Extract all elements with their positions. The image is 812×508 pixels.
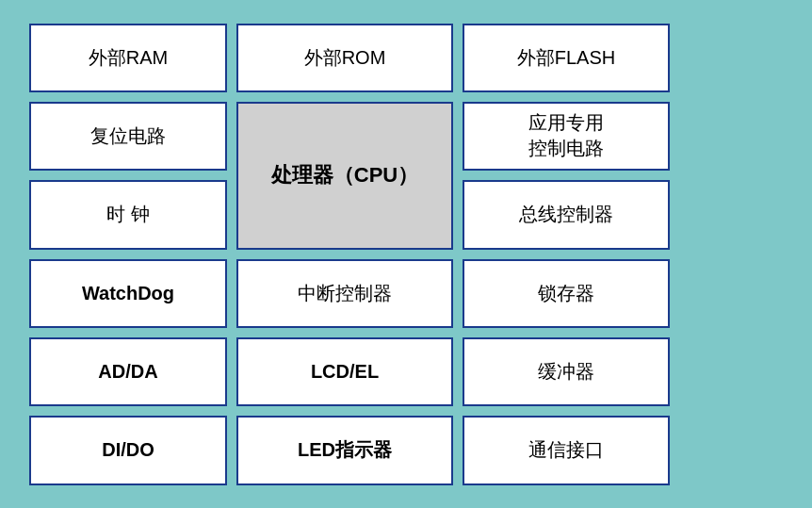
cell-comm-interface-label: 通信接口 bbox=[528, 437, 604, 463]
cell-bus-controller: 总线控制器 bbox=[463, 180, 670, 249]
cell-app-control: 应用专用 控制电路 bbox=[463, 102, 670, 171]
cell-buffer: 缓冲器 bbox=[463, 337, 670, 406]
cell-clock: 时 钟 bbox=[29, 180, 227, 249]
cell-latch: 锁存器 bbox=[463, 259, 670, 328]
cell-clock-label: 时 钟 bbox=[106, 202, 150, 227]
cell-watchdog-label: WatchDog bbox=[82, 283, 174, 304]
cell-interrupt-controller-label: 中断控制器 bbox=[298, 281, 392, 306]
cell-outer-ram: 外部RAM bbox=[29, 24, 227, 92]
cell-outer-rom-label: 外部ROM bbox=[304, 45, 386, 71]
main-grid: 外部RAM 外部ROM 外部FLASH 复位电路 处理器（CPU） 应用专用 控… bbox=[20, 14, 792, 495]
cell-led-indicator-label: LED指示器 bbox=[298, 437, 392, 463]
cell-reset-circuit: 复位电路 bbox=[29, 102, 227, 171]
cell-reset-circuit-label: 复位电路 bbox=[90, 123, 166, 149]
cell-dido: DI/DO bbox=[29, 416, 227, 484]
cell-outer-flash-label: 外部FLASH bbox=[517, 45, 615, 71]
cell-lcdel-label: LCD/EL bbox=[311, 361, 379, 383]
cell-watchdog: WatchDog bbox=[29, 259, 227, 328]
cell-lcdel: LCD/EL bbox=[236, 337, 453, 406]
cell-cpu-label: 处理器（CPU） bbox=[271, 161, 418, 189]
cell-adda-label: AD/DA bbox=[98, 361, 157, 383]
cell-outer-ram-label: 外部RAM bbox=[89, 45, 168, 71]
cell-bus-controller-label: 总线控制器 bbox=[519, 202, 613, 227]
cell-interrupt-controller: 中断控制器 bbox=[236, 259, 453, 328]
cell-latch-label: 锁存器 bbox=[538, 281, 594, 306]
cell-adda: AD/DA bbox=[29, 337, 227, 406]
cell-led-indicator: LED指示器 bbox=[236, 416, 453, 484]
cell-outer-rom: 外部ROM bbox=[236, 24, 453, 92]
cell-dido-label: DI/DO bbox=[102, 439, 154, 461]
cell-buffer-label: 缓冲器 bbox=[538, 359, 594, 385]
cell-outer-flash: 外部FLASH bbox=[463, 24, 670, 92]
cell-comm-interface: 通信接口 bbox=[463, 416, 670, 484]
cell-app-control-label: 应用专用 控制电路 bbox=[528, 110, 604, 161]
cell-cpu: 处理器（CPU） bbox=[236, 102, 453, 250]
